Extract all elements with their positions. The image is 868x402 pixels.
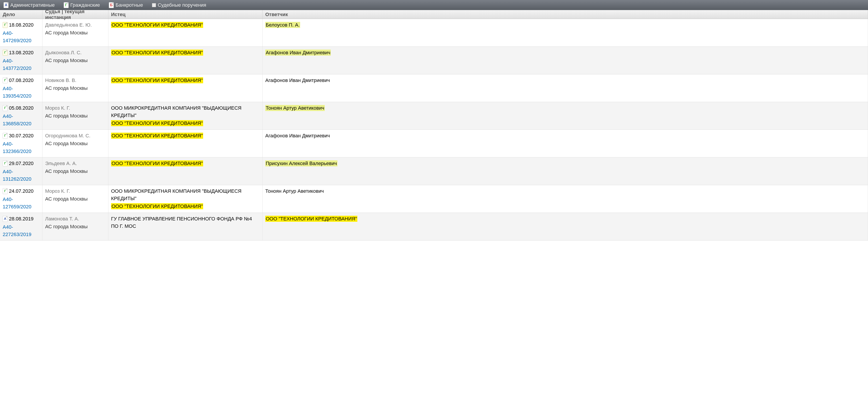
bankruptcy-icon: Б <box>109 2 114 8</box>
defendant-name: Тоноян Артур Аветикович <box>265 105 325 111</box>
filter-court-orders[interactable]: Судебные поручения <box>152 2 206 8</box>
case-date: 13.08.2020 <box>9 49 33 56</box>
judge-cell: Мороз К. Г.АС города Москвы <box>42 102 108 130</box>
judge-cell: Ламонова Т. А.АС города Москвы <box>42 213 108 240</box>
case-cell: Г07.08.2020А40-139354/2020 <box>0 74 42 102</box>
case-date: 28.08.2019 <box>9 215 33 223</box>
judge-cell: Давледьянова Е. Ю.АС города Москвы <box>42 19 108 46</box>
judge-name: Мороз К. Г. <box>45 104 105 112</box>
case-type-icon: А <box>3 216 8 222</box>
defendant-cell: Агафонов Иван Дмитриевич <box>262 47 868 74</box>
case-number-link[interactable]: А40-127659/2020 <box>3 196 39 210</box>
plaintiff-name: ООО "ТЕХНОЛОГИИ КРЕДИТОВАНИЯ" <box>111 203 203 209</box>
defendant-cell: Белоусов П. А. <box>262 19 868 46</box>
court-name: АС города Москвы <box>45 112 105 120</box>
plaintiff-name: ООО МИКРОКРЕДИТНАЯ КОМПАНИЯ "ВЫДАЮЩИЕСЯ … <box>111 105 241 118</box>
admin-icon: А <box>4 2 8 8</box>
case-number-link[interactable]: А40-143772/2020 <box>3 57 39 72</box>
table-row[interactable]: Г29.07.2020А40-131262/2020Эльдеев А. А.А… <box>0 158 868 185</box>
table-row[interactable]: Г18.08.2020А40-147269/2020Давледьянова Е… <box>0 19 868 47</box>
defendant-name: ООО "ТЕХНОЛОГИИ КРЕДИТОВАНИЯ" <box>265 216 358 222</box>
filter-administrative[interactable]: А Административные <box>4 2 55 8</box>
table-row[interactable]: Г05.08.2020А40-136858/2020Мороз К. Г.АС … <box>0 102 868 130</box>
filter-civil[interactable]: Г Гражданские <box>64 2 100 8</box>
civil-icon: Г <box>64 2 69 8</box>
case-date: 07.08.2020 <box>9 77 33 84</box>
case-type-icon: Г <box>3 161 8 166</box>
header-defendant[interactable]: Ответчик <box>262 10 868 19</box>
header-case[interactable]: Дело <box>0 10 42 19</box>
case-type-icon: Г <box>3 22 8 28</box>
defendant-cell: Тоноян Артур Аветикович <box>262 102 868 130</box>
court-name: АС города Москвы <box>45 195 105 203</box>
checkbox-icon[interactable] <box>152 3 156 7</box>
case-date: 30.07.2020 <box>9 132 33 139</box>
judge-name: Эльдеев А. А. <box>45 160 105 167</box>
case-type-icon: Г <box>3 105 8 111</box>
judge-name: Новиков В. В. <box>45 77 105 84</box>
case-cell: Г05.08.2020А40-136858/2020 <box>0 102 42 130</box>
plaintiff-name: ООО "ТЕХНОЛОГИИ КРЕДИТОВАНИЯ" <box>111 133 203 139</box>
case-date: 18.08.2020 <box>9 21 33 29</box>
plaintiff-name: ООО "ТЕХНОЛОГИИ КРЕДИТОВАНИЯ" <box>111 49 203 56</box>
case-cell: Г13.08.2020А40-143772/2020 <box>0 47 42 74</box>
case-number-link[interactable]: А40-136858/2020 <box>3 112 39 127</box>
table-row[interactable]: А28.08.2019А40-227263/2019Ламонова Т. А.… <box>0 213 868 240</box>
case-number-link[interactable]: А40-139354/2020 <box>3 85 39 100</box>
table-row[interactable]: Г24.07.2020А40-127659/2020Мороз К. Г.АС … <box>0 185 868 213</box>
defendant-name: Тоноян Артур Аветикович <box>265 188 324 194</box>
case-cell: Г24.07.2020А40-127659/2020 <box>0 185 42 212</box>
defendant-name: Агафонов Иван Дмитриевич <box>265 49 331 56</box>
plaintiff-name: ГУ ГЛАВНОЕ УПРАВЛЕНИЕ ПЕНСИОННОГО ФОНДА … <box>111 216 252 229</box>
filter-bankruptcy[interactable]: Б Банкротные <box>109 2 143 8</box>
judge-name: Мороз К. Г. <box>45 188 105 195</box>
case-cell: А28.08.2019А40-227263/2019 <box>0 213 42 240</box>
case-cell: Г29.07.2020А40-131262/2020 <box>0 158 42 185</box>
court-name: АС города Москвы <box>45 85 105 92</box>
defendant-cell: Агафонов Иван Дмитриевич <box>262 74 868 102</box>
judge-name: Давледьянова Е. Ю. <box>45 21 105 29</box>
defendant-cell: Присухин Алексей Валерьевич <box>262 158 868 185</box>
judge-name: Огородникова М. С. <box>45 132 105 139</box>
judge-cell: Огородникова М. С.АС города Москвы <box>42 130 108 157</box>
judge-cell: Мороз К. Г.АС города Москвы <box>42 185 108 212</box>
plaintiff-cell: ГУ ГЛАВНОЕ УПРАВЛЕНИЕ ПЕНСИОННОГО ФОНДА … <box>108 213 262 240</box>
table-row[interactable]: Г07.08.2020А40-139354/2020Новиков В. В.А… <box>0 74 868 102</box>
table-row[interactable]: Г30.07.2020А40-132366/2020Огородникова М… <box>0 130 868 158</box>
plaintiff-cell: ООО "ТЕХНОЛОГИИ КРЕДИТОВАНИЯ" <box>108 130 262 157</box>
case-number-link[interactable]: А40-132366/2020 <box>3 140 39 155</box>
plaintiff-name: ООО "ТЕХНОЛОГИИ КРЕДИТОВАНИЯ" <box>111 160 203 166</box>
defendant-name: Белоусов П. А. <box>265 22 300 28</box>
table-row[interactable]: Г13.08.2020А40-143772/2020Дьяконова Л. С… <box>0 47 868 74</box>
filter-label: Судебные поручения <box>158 2 206 8</box>
judge-name: Дьяконова Л. С. <box>45 49 105 56</box>
judge-cell: Эльдеев А. А.АС города Москвы <box>42 158 108 185</box>
plaintiff-name: ООО МИКРОКРЕДИТНАЯ КОМПАНИЯ "ВЫДАЮЩИЕСЯ … <box>111 188 241 201</box>
judge-cell: Дьяконова Л. С.АС города Москвы <box>42 47 108 74</box>
case-type-icon: Г <box>3 188 8 194</box>
judge-name: Ламонова Т. А. <box>45 215 105 223</box>
table-header: Дело Судья | текущая инстанция Истец Отв… <box>0 10 868 19</box>
case-date: 05.08.2020 <box>9 104 33 112</box>
filter-label: Гражданские <box>70 2 100 8</box>
court-name: АС города Москвы <box>45 29 105 36</box>
plaintiff-cell: ООО МИКРОКРЕДИТНАЯ КОМПАНИЯ "ВЫДАЮЩИЕСЯ … <box>108 102 262 130</box>
judge-cell: Новиков В. В.АС города Москвы <box>42 74 108 102</box>
case-cell: Г30.07.2020А40-132366/2020 <box>0 130 42 157</box>
header-plaintiff[interactable]: Истец <box>108 10 262 19</box>
plaintiff-name: ООО "ТЕХНОЛОГИИ КРЕДИТОВАНИЯ" <box>111 120 203 126</box>
case-number-link[interactable]: А40-131262/2020 <box>3 168 39 183</box>
header-judge[interactable]: Судья | текущая инстанция <box>42 10 108 19</box>
court-name: АС города Москвы <box>45 168 105 175</box>
plaintiff-cell: ООО "ТЕХНОЛОГИИ КРЕДИТОВАНИЯ" <box>108 19 262 46</box>
filter-label: Банкротные <box>116 2 143 8</box>
case-date: 29.07.2020 <box>9 160 33 167</box>
case-number-link[interactable]: А40-147269/2020 <box>3 30 39 44</box>
case-number-link[interactable]: А40-227263/2019 <box>3 223 39 238</box>
plaintiff-cell: ООО МИКРОКРЕДИТНАЯ КОМПАНИЯ "ВЫДАЮЩИЕСЯ … <box>108 185 262 212</box>
defendant-name: Агафонов Иван Дмитриевич <box>265 133 330 138</box>
court-name: АС города Москвы <box>45 140 105 147</box>
defendant-cell: Агафонов Иван Дмитриевич <box>262 130 868 157</box>
defendant-cell: Тоноян Артур Аветикович <box>262 185 868 212</box>
filter-toolbar: А Административные Г Гражданские Б Банкр… <box>0 0 868 10</box>
